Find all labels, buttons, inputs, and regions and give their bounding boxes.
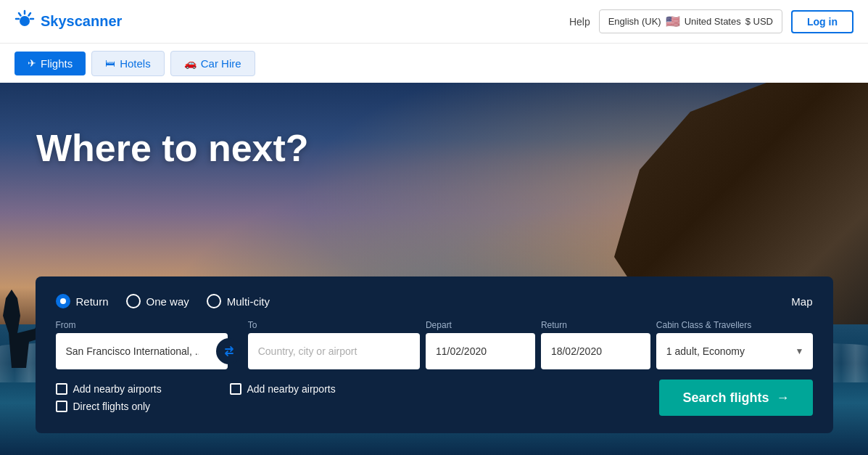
radio-return-indicator [56,294,70,308]
search-flights-button[interactable]: Search flights → [659,380,812,416]
add-nearby-to-label: Add nearby airports [247,383,336,395]
tab-hotels-label: Hotels [120,57,151,70]
bottom-row: Add nearby airports Direct flights only … [56,380,813,416]
swap-button[interactable] [216,338,242,364]
radio-multi-city-indicator [207,294,221,308]
country-label: United States [685,16,741,27]
trip-type-group: Return One way Multi-city [56,294,270,308]
to-label: To [248,320,420,330]
locale-button[interactable]: English (UK) 🇺🇸 United States $ USD [599,9,782,33]
tab-car-hire-label: Car Hire [201,57,241,70]
svg-line-3 [29,13,31,16]
logo-icon [15,9,35,34]
radio-one-way-indicator [126,294,141,308]
locale-label: English (UK) [608,16,661,27]
cabin-label: Cabin Class & Travellers [656,320,813,330]
radio-one-way[interactable]: One way [126,294,189,308]
cabin-field-group: Cabin Class & Travellers 1 adult, Econom… [656,320,813,369]
nav-tabs: ✈ Flights 🛏 Hotels 🚗 Car Hire [0,44,868,83]
search-panel: Return One way Multi-city Map From [36,276,833,433]
from-checkboxes: Add nearby airports Direct flights only [56,383,215,412]
direct-flights-box [56,401,67,412]
to-input[interactable] [248,333,420,369]
checkboxes-area: Add nearby airports Direct flights only … [56,383,336,412]
car-icon: 🚗 [184,57,197,69]
flag-icon: 🇺🇸 [666,15,680,28]
svg-line-2 [19,13,21,16]
direct-flights-checkbox[interactable]: Direct flights only [56,401,215,412]
currency-label: $ USD [745,16,773,27]
return-field-group: Return [541,320,650,369]
header: Skyscanner Help English (UK) 🇺🇸 United S… [0,0,868,44]
cabin-select[interactable]: 1 adult, Economy 1 adult, Business 2 adu… [656,333,813,369]
search-flights-label: Search flights [682,390,769,406]
to-checkboxes: Add nearby airports [230,383,336,412]
radio-return[interactable]: Return [56,294,109,308]
header-right: Help English (UK) 🇺🇸 United States $ USD… [569,9,853,33]
depart-field-group: Depart [426,320,535,369]
map-link[interactable]: Map [791,295,812,308]
tab-flights-label: Flights [41,57,73,70]
to-field-group: To [248,320,420,369]
add-nearby-from-checkbox[interactable]: Add nearby airports [56,383,215,395]
swap-icon [223,345,235,357]
login-button[interactable]: Log in [791,10,853,33]
hotels-icon: 🛏 [105,57,115,69]
cabin-wrapper: 1 adult, Economy 1 adult, Business 2 adu… [656,333,813,369]
fields-row: From To Depart [56,320,813,369]
depart-label: Depart [426,320,535,330]
tab-hotels[interactable]: 🛏 Hotels [91,51,165,76]
radio-one-way-label: One way [146,295,189,308]
search-options: Return One way Multi-city Map [56,294,813,308]
svg-point-0 [20,16,30,26]
radio-return-label: Return [76,295,109,308]
search-arrow-icon: → [777,390,790,406]
from-label: From [56,320,228,330]
from-field-group: From [56,320,228,369]
radio-multi-city[interactable]: Multi-city [207,294,270,308]
flights-icon: ✈ [28,57,36,69]
radio-multi-city-label: Multi-city [227,295,270,308]
from-input[interactable] [56,333,228,369]
hero-section: Where to next? Return One way Multi-city… [0,83,868,455]
return-label: Return [541,320,650,330]
add-nearby-from-box [56,383,67,395]
add-nearby-to-checkbox[interactable]: Add nearby airports [230,383,336,395]
tab-car-hire[interactable]: 🚗 Car Hire [170,51,255,76]
depart-input[interactable] [426,333,535,369]
hero-title: Where to next? [36,126,309,170]
return-input[interactable] [541,333,650,369]
header-left: Skyscanner [15,9,122,34]
logo-text: Skyscanner [41,13,122,30]
help-link[interactable]: Help [569,16,590,28]
tab-flights[interactable]: ✈ Flights [15,52,86,75]
direct-flights-label: Direct flights only [73,401,151,412]
add-nearby-from-label: Add nearby airports [73,383,162,395]
logo[interactable]: Skyscanner [15,9,122,34]
add-nearby-to-box [230,383,241,395]
from-wrapper [56,333,228,369]
